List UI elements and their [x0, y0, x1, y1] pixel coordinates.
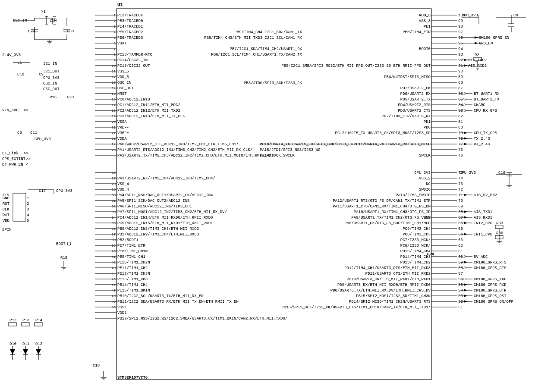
svg-marker-456: [464, 143, 467, 145]
svg-text:7: 7: [113, 47, 116, 51]
svg-text:3: 3: [27, 207, 29, 212]
svg-text:CM180_GPRS_RXD: CM180_GPRS_RXD: [474, 283, 507, 287]
svg-text:20: 20: [111, 120, 116, 124]
svg-text:PE13/TIM1_CH3: PE13/TIM1_CH3: [117, 277, 148, 282]
svg-text:AIS_TXD2: AIS_TXD2: [468, 58, 487, 63]
svg-text:CPU: CPU: [427, 252, 434, 257]
svg-marker-394: [36, 349, 41, 354]
svg-text:93: 93: [458, 53, 463, 57]
svg-text:VDD1: VDD1: [117, 311, 127, 315]
svg-text:5: 5: [27, 219, 29, 223]
svg-text:VDD_5: VDD_5: [117, 75, 129, 79]
svg-point-374: [67, 242, 71, 245]
svg-text:PA6/SPI1_MISO/ADC12_IN6/TIM3_C: PA6/SPI1_MISO/ADC12_IN6/TIM3_CH1: [117, 204, 192, 209]
svg-text:73: 73: [458, 182, 463, 186]
svg-text:33: 33: [111, 210, 116, 214]
svg-text:D10: D10: [9, 342, 16, 346]
svg-marker-507: [464, 289, 467, 292]
svg-rect-385: [35, 323, 42, 326]
svg-text:CPU_3V3: CPU_3V3: [43, 76, 60, 80]
svg-text:D11: D11: [22, 342, 29, 346]
svg-text:46: 46: [111, 283, 116, 287]
svg-text:5PIN: 5PIN: [2, 228, 12, 232]
svg-text:86: 86: [458, 92, 463, 96]
svg-text:18: 18: [111, 109, 116, 113]
svg-text:PE8/TIM1_CH1N: PE8/TIM1_CH1N: [117, 249, 148, 254]
svg-text:PC6/I2S3_MCK/: PC6/I2S3_MCK/: [400, 244, 431, 248]
svg-text:C29: C29: [28, 29, 35, 34]
svg-text:6: 6: [113, 41, 116, 45]
svg-text:321_OUT: 321_OUT: [43, 69, 60, 74]
svg-text:R18: R18: [60, 256, 67, 260]
svg-text:VSSA: VSSA: [117, 120, 127, 124]
svg-text:VSS_2: VSS_2: [419, 176, 431, 181]
svg-text:PA9/USART1_TX/TIM1_CH2/OTG_FS_: PA9/USART1_TX/TIM1_CH2/OTG_FS_VBUS: [351, 216, 431, 220]
svg-text:PB7/I2C1_SDA/TIM4_CH2/USART1_R: PB7/I2C1_SDA/TIM4_CH2/USART1_RX: [230, 47, 302, 51]
svg-marker-513: [464, 300, 467, 303]
svg-marker-478: [464, 222, 467, 224]
svg-text:PB5/I2C1_SMBA/SPI3_MOSI/ETH_MI: PB5/I2C1_SMBA/SPI3_MOSI/ETH_MII_PPS_OUT/…: [281, 64, 431, 68]
svg-marker-504: [464, 283, 467, 286]
svg-text:C18: C18: [93, 364, 100, 368]
svg-text:32: 32: [111, 204, 116, 208]
svg-text:PC7/I2S3_MCK/: PC7/I2S3_MCK/: [400, 238, 431, 242]
svg-text:66: 66: [458, 221, 463, 226]
svg-text:>>: >>: [24, 108, 28, 113]
svg-text:CPU_3V3: CPU_3V3: [414, 171, 431, 175]
svg-text:OSC_IN: OSC_IN: [43, 82, 57, 86]
svg-text:16: 16: [111, 97, 116, 101]
svg-text:SWDIO: SWDIO: [419, 188, 431, 192]
svg-marker-483: [464, 233, 467, 235]
svg-text:C10: C10: [17, 72, 24, 77]
svg-text:PE6/TRACED3: PE6/TRACED3: [117, 36, 143, 40]
svg-text:VSS_5: VSS_5: [117, 69, 129, 74]
svg-text:>>: >>: [26, 157, 31, 161]
svg-text:PE15/TIM1_BKIN: PE15/TIM1_BKIN: [117, 289, 150, 293]
svg-text:1: 1: [27, 196, 29, 201]
svg-marker-393: [23, 349, 28, 354]
svg-text:C20: C20: [67, 95, 74, 100]
svg-text:PB2/BOOT1: PB2/BOOT1: [117, 238, 138, 242]
svg-text:89: 89: [458, 75, 463, 79]
svg-text:PC3/ADC12_IN13/ETH_MII_TX_CLK: PC3/ADC12_IN13/ETH_MII_TX_CLK: [117, 114, 185, 119]
svg-text:INT1_CPU: INT1_CPU: [474, 232, 492, 237]
svg-text:49: 49: [111, 300, 116, 304]
svg-text:PB9/TIM4_CH4 I2C1_SDA/CAN1_TX: PB9/TIM4_CH4 I2C1_SDA/CAN1_TX: [234, 30, 302, 34]
svg-text:76: 76: [458, 154, 463, 158]
svg-text:25M: 25M: [50, 19, 57, 23]
svg-text:99: 99: [458, 19, 463, 23]
svg-text:80: 80: [458, 125, 463, 130]
svg-text:PE12/TIM1_CH3N: PE12/TIM1_CH3N: [117, 272, 150, 276]
svg-text:RX_2.4G: RX_2.4G: [474, 142, 490, 147]
svg-text:13: 13: [111, 81, 116, 85]
svg-text:CM180_GPRS_ON/OFF: CM180_GPRS_ON/OFF: [474, 300, 513, 304]
svg-text:23: 23: [111, 137, 116, 141]
svg-text:PC14/OSC32_IN: PC14/OSC32_IN: [117, 58, 148, 63]
svg-text:PC9/TIM3_CH4: PC9/TIM3_CH4: [403, 227, 431, 231]
svg-text:12: 12: [111, 75, 116, 79]
svg-text:AIS_RXD1: AIS_RXD1: [474, 216, 492, 220]
svg-text:DAT: DAT: [3, 213, 10, 217]
svg-text:82: 82: [458, 114, 463, 119]
svg-text:PE14/TIM1_CH4: PE14/TIM1_CH4: [117, 283, 148, 287]
svg-text:64: 64: [458, 232, 463, 237]
svg-text:74: 74: [458, 176, 463, 181]
svg-text:PB10/I2C2_SCL/USART3_TX/ETH_MI: PB10/I2C2_SCL/USART3_TX/ETH_MII_RX_ER: [117, 294, 204, 298]
svg-text:VDDA: VDDA: [117, 137, 127, 141]
svg-text:GPS_EN: GPS_EN: [479, 41, 493, 46]
svg-marker-450: [464, 132, 467, 134]
svg-text:PB6/I2C1_SCL/TIM4_CH1/USART1_T: PB6/I2C1_SCL/TIM4_CH1/USART1_TX/CAN2_TX: [211, 53, 302, 57]
svg-text:95: 95: [458, 41, 463, 46]
svg-text:PB12/SPI2_NSS/I2S2_WS/I2C2_SMB: PB12/SPI2_NSS/I2S2_WS/I2C2_SMBA/USART3_C…: [117, 317, 287, 321]
svg-text:VSS_4: VSS_4: [117, 182, 129, 186]
svg-text:31: 31: [111, 199, 116, 203]
svg-text:CPU_3V3: CPU_3V3: [56, 189, 72, 193]
svg-text:R15: R15: [50, 95, 57, 100]
svg-text:26: 26: [111, 171, 116, 175]
svg-text:96: 96: [458, 36, 463, 40]
svg-text:85: 85: [458, 97, 463, 102]
svg-text:87: 87: [458, 86, 463, 91]
svg-text:PA1/USART2_RTS/ADC12_IN1/TIM5_: PA1/USART2_RTS/ADC12_IN1/TIM5_CH2/TIM2_C…: [117, 148, 252, 152]
svg-text:PC4/ADC12_IN14/ETH_MII_RXD0/ET: PC4/ADC12_IN14/ETH_MII_RXD0/ETH_RMII_RXD…: [117, 216, 213, 220]
svg-text:92: 92: [458, 58, 463, 63]
